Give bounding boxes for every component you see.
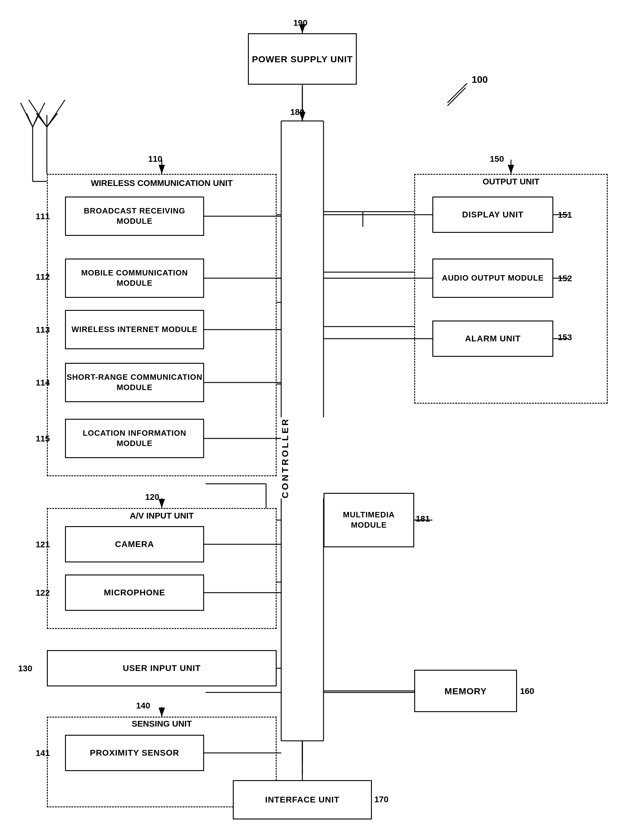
microphone-box: MICROPHONE — [65, 574, 204, 611]
number-152: 152 — [558, 274, 572, 283]
wireless-internet-box: WIRELESS INTERNET MODULE — [65, 310, 204, 349]
number-114: 114 — [36, 378, 50, 388]
controller-label: CONTROLLER — [280, 417, 325, 498]
number-141: 141 — [36, 748, 50, 758]
svg-line-4 — [27, 113, 33, 127]
number-111: 111 — [36, 212, 50, 222]
user-input-box: USER INPUT UNIT — [47, 650, 277, 686]
output-label: OUTPUT UNIT — [417, 177, 605, 187]
memory-box: MEMORY — [414, 670, 517, 712]
svg-line-46 — [47, 113, 58, 127]
number-115: 115 — [36, 434, 50, 444]
number-113: 113 — [36, 325, 50, 335]
av-input-label: A/V INPUT UNIT — [50, 511, 273, 521]
camera-box: CAMERA — [65, 526, 204, 562]
broadcast-box: BROADCAST RECEIVING MODULE — [65, 196, 204, 236]
short-range-box: SHORT-RANGE COMMUNICATION MODULE — [65, 363, 204, 402]
number-110: 110 — [148, 154, 162, 164]
power-supply-box: POWER SUPPLY UNIT — [248, 33, 357, 85]
number-180: 180 — [290, 107, 305, 117]
svg-line-74 — [447, 83, 467, 103]
svg-line-5 — [33, 113, 39, 127]
number-181: 181 — [416, 514, 430, 524]
interface-box: INTERFACE UNIT — [233, 780, 372, 819]
number-160: 160 — [520, 686, 534, 696]
location-box: LOCATION INFORMATION MODULE — [65, 419, 204, 458]
mobile-comm-box: MOBILE COMMUNICATION MODULE — [65, 259, 204, 298]
svg-line-45 — [36, 113, 47, 127]
alarm-box: ALARM UNIT — [432, 321, 553, 357]
number-112: 112 — [36, 272, 50, 282]
sensing-label: SENSING UNIT — [50, 719, 273, 729]
multimedia-box: MULTIMEDIA MODULE — [324, 493, 414, 547]
audio-output-box: AUDIO OUTPUT MODULE — [432, 259, 553, 298]
svg-line-3 — [33, 103, 45, 127]
svg-line-43 — [29, 100, 47, 127]
number-121: 121 — [36, 540, 50, 549]
number-153: 153 — [558, 333, 572, 342]
number-122: 122 — [36, 588, 50, 598]
number-190: 190 — [293, 18, 308, 28]
svg-line-2 — [21, 103, 33, 127]
number-100: 100 — [472, 74, 488, 85]
number-130: 130 — [18, 664, 32, 673]
display-box: DISPLAY UNIT — [432, 196, 553, 233]
svg-line-41 — [447, 88, 466, 106]
number-150: 150 — [490, 154, 504, 164]
number-151: 151 — [558, 210, 572, 220]
svg-line-44 — [47, 100, 65, 127]
number-170: 170 — [374, 795, 389, 804]
proximity-box: PROXIMITY SENSOR — [65, 735, 204, 771]
wireless-comm-label: WIRELESS COMMUNICATION UNIT — [50, 178, 273, 188]
number-140: 140 — [136, 701, 150, 711]
number-120: 120 — [145, 492, 159, 502]
